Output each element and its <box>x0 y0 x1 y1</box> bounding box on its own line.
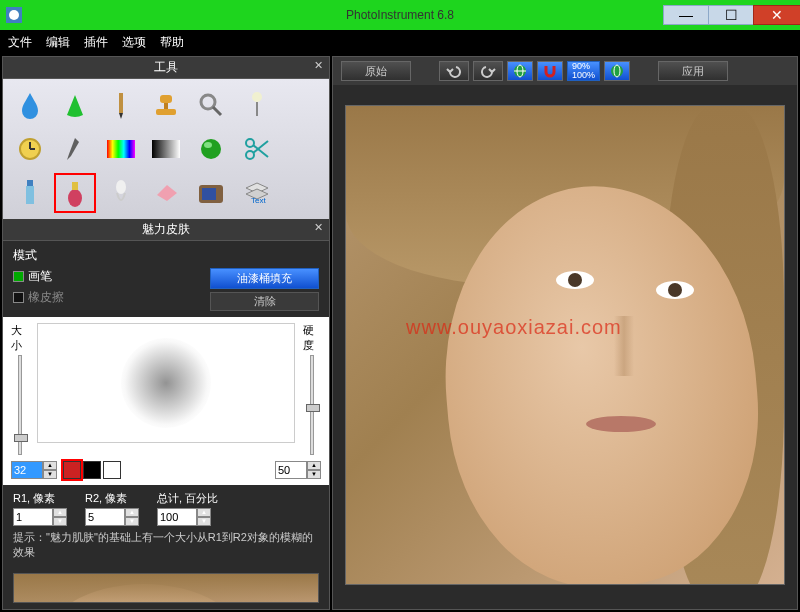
svg-rect-2 <box>119 93 123 113</box>
tool-sphere[interactable] <box>191 129 232 169</box>
tools-grid: Text <box>3 79 329 219</box>
r1-input[interactable] <box>13 508 53 526</box>
svg-point-1 <box>9 10 19 20</box>
brush-section: 大小 硬度 <box>3 317 329 459</box>
tool-clock[interactable] <box>9 129 50 169</box>
svg-rect-4 <box>164 103 168 109</box>
color-row: ▲▼ ▲▼ <box>3 459 329 485</box>
maximize-button[interactable]: ☐ <box>708 5 754 25</box>
right-panel: 原始 90% 100% 应用 www.ouyaoxi <box>332 56 798 610</box>
app-icon <box>6 7 22 23</box>
r1-label: R1, 像素 <box>13 491 67 506</box>
down-icon[interactable]: ▼ <box>53 517 67 526</box>
down-icon[interactable]: ▼ <box>43 470 57 479</box>
undo-button[interactable] <box>439 61 469 81</box>
close-button[interactable]: ✕ <box>753 5 800 25</box>
svg-point-8 <box>252 92 262 102</box>
up-icon[interactable]: ▲ <box>125 508 139 517</box>
checkbox-icon <box>13 292 24 303</box>
canvas-area: www.ouyaoxiazai.com <box>333 85 797 609</box>
tool-gradient[interactable] <box>145 129 186 169</box>
tool-pencil[interactable] <box>100 85 141 125</box>
skin-title: 魅力皮肤 <box>142 222 190 236</box>
menu-help[interactable]: 帮助 <box>160 34 184 51</box>
slider-thumb[interactable] <box>14 434 28 442</box>
swatch-black[interactable] <box>83 461 101 479</box>
size-label: 大小 <box>11 323 29 353</box>
mode-section: 模式 画笔 橡皮擦 油漆桶填充 清除 <box>3 241 329 317</box>
menu-plugins[interactable]: 插件 <box>84 34 108 51</box>
skin-panel-header: 魅力皮肤 ✕ <box>3 219 329 241</box>
paint-bucket-fill-button[interactable]: 油漆桶填充 <box>210 268 319 289</box>
tool-stamp[interactable] <box>145 85 186 125</box>
up-icon[interactable]: ▲ <box>53 508 67 517</box>
clear-button[interactable]: 清除 <box>210 292 319 311</box>
tool-spectrum[interactable] <box>100 129 141 169</box>
params-section: R1, 像素 ▲▼ R2, 像素 ▲▼ 总计, 百分比 ▲▼ 提示："魅力肌肤"… <box>3 485 329 567</box>
hardness-slider[interactable] <box>310 355 314 455</box>
globe-icon <box>609 63 625 79</box>
r2-input[interactable] <box>85 508 125 526</box>
tool-glue-tube[interactable] <box>9 173 50 213</box>
menu-edit[interactable]: 编辑 <box>46 34 70 51</box>
tool-tv[interactable] <box>191 173 232 213</box>
tool-scissors[interactable] <box>236 129 277 169</box>
minimize-button[interactable]: — <box>663 5 709 25</box>
down-icon[interactable]: ▼ <box>125 517 139 526</box>
svg-rect-3 <box>160 95 172 103</box>
globe-zoom-button[interactable] <box>507 61 533 81</box>
mode-eraser-option[interactable]: 橡皮擦 <box>13 289 64 306</box>
swatch-white[interactable] <box>103 461 121 479</box>
slider-thumb[interactable] <box>306 404 320 412</box>
tool-magnify[interactable] <box>191 85 232 125</box>
svg-rect-9 <box>256 102 258 116</box>
svg-rect-13 <box>107 140 135 158</box>
tool-eraser[interactable] <box>145 173 186 213</box>
up-icon[interactable]: ▲ <box>43 461 57 470</box>
tool-water-drop[interactable] <box>9 85 50 125</box>
titlebar: PhotoInstrument 6.8 — ☐ ✕ <box>0 0 800 30</box>
mode-brush-option[interactable]: 画笔 <box>13 268 64 285</box>
svg-text:Text: Text <box>251 196 266 205</box>
redo-button[interactable] <box>473 61 503 81</box>
svg-point-32 <box>611 65 623 77</box>
thumbnail-preview <box>13 573 319 603</box>
svg-rect-14 <box>152 140 180 158</box>
size-input[interactable]: ▲▼ <box>11 461 57 479</box>
tool-bulb[interactable] <box>100 173 141 213</box>
up-icon[interactable]: ▲ <box>197 508 211 517</box>
globe-button[interactable] <box>604 61 630 81</box>
window-title: PhotoInstrument 6.8 <box>346 8 454 22</box>
image-canvas[interactable]: www.ouyaoxiazai.com <box>345 105 785 585</box>
size-slider[interactable] <box>18 355 22 455</box>
hint-text: 提示："魅力肌肤"的基础上有一个大小从R1到R2对象的模糊的效果 <box>13 530 319 561</box>
up-icon[interactable]: ▲ <box>307 461 321 470</box>
tool-cone[interactable] <box>54 85 95 125</box>
swatch-red[interactable] <box>63 461 81 479</box>
menu-file[interactable]: 文件 <box>8 34 32 51</box>
magnet-button[interactable] <box>537 61 563 81</box>
svg-point-23 <box>68 189 82 207</box>
brush-preview <box>37 323 295 443</box>
tool-layers[interactable]: Text <box>236 173 277 213</box>
redo-icon <box>480 64 496 78</box>
total-input[interactable] <box>157 508 197 526</box>
tools-title: 工具 <box>154 60 178 74</box>
svg-rect-22 <box>27 180 33 186</box>
tool-wand[interactable] <box>236 85 277 125</box>
tool-color-picker[interactable] <box>54 129 95 169</box>
svg-point-15 <box>201 139 221 159</box>
close-icon[interactable]: ✕ <box>314 59 323 72</box>
zoom-percentage[interactable]: 90% 100% <box>567 61 600 81</box>
left-panel: 工具 ✕ Text 魅力皮肤 <box>2 56 330 610</box>
down-icon[interactable]: ▼ <box>307 470 321 479</box>
close-icon[interactable]: ✕ <box>314 221 323 234</box>
tool-spray-bottle[interactable] <box>54 173 95 213</box>
down-icon[interactable]: ▼ <box>197 517 211 526</box>
hardness-input[interactable]: ▲▼ <box>275 461 321 479</box>
original-button[interactable]: 原始 <box>341 61 411 81</box>
menu-options[interactable]: 选项 <box>122 34 146 51</box>
svg-point-6 <box>201 95 215 109</box>
apply-button[interactable]: 应用 <box>658 61 728 81</box>
svg-rect-21 <box>26 186 34 204</box>
